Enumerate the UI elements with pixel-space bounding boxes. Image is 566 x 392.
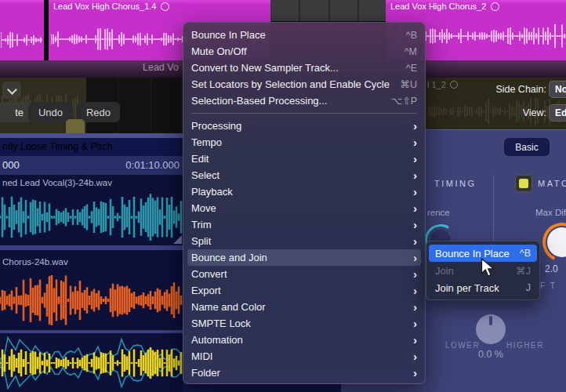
knob-tick: [489, 316, 492, 325]
menu-item-export[interactable]: Export›: [183, 282, 425, 299]
menu-item-smpte-lock[interactable]: SMPTE Lock›: [183, 315, 425, 332]
menu-item-convert[interactable]: Convert›: [183, 266, 425, 282]
muted-region-label: Lead Vo: [143, 62, 179, 73]
side-chain-select[interactable]: No: [549, 81, 566, 98]
chevron-down-icon: [7, 85, 17, 95]
menu-item-automation[interactable]: Automation›: [183, 332, 425, 348]
vocal-waveform-orange[interactable]: [0, 271, 183, 329]
menu-item-bounce-in-place[interactable]: Bounce In Place^B: [183, 27, 425, 43]
region-title: Lead Vox High Chorus_2: [390, 2, 499, 11]
submenu-chevron-icon: ›: [413, 186, 417, 198]
audio-file-name-1: ned Lead Vocal(3)-24b.wav: [2, 178, 112, 187]
menu-item-mute-on-off[interactable]: Mute On/Off^M: [183, 43, 425, 60]
menu-item-label: Trim: [191, 219, 212, 230]
context-menu: Bounce In Place^BMute On/Off^MConvert to…: [183, 22, 426, 384]
section-divider: [0, 245, 183, 250]
match-enable-led[interactable]: [515, 175, 532, 192]
menu-item-label: Move: [191, 202, 216, 214]
menu-item-label: Folder: [191, 367, 220, 379]
basic-view-button[interactable]: Basic: [504, 138, 550, 156]
time-ruler-row: 000 0:01:10.000: [0, 156, 183, 175]
empty-track-area: [270, 0, 386, 21]
audio-region-left-edge[interactable]: [0, 0, 45, 60]
paste-button-partial[interactable]: te: [0, 102, 31, 122]
submenu-chevron-icon: ›: [413, 318, 417, 329]
menu-item-label: Set Locators by Selection and Enable Cyc…: [191, 78, 390, 90]
submenu-chevron-icon: ›: [413, 268, 417, 280]
menu-item-edit[interactable]: Edit›: [183, 151, 425, 167]
time-end: 0:01:10.000: [125, 159, 180, 171]
submenu-chevron-icon: ›: [413, 350, 417, 362]
submenu-chevron-icon: ›: [413, 169, 417, 181]
menu-item-label: Bounce In Place: [191, 29, 266, 41]
undo-button[interactable]: Undo: [28, 102, 73, 122]
bias-knob[interactable]: [476, 314, 506, 344]
submenu-item-shortcut: ⌘J: [516, 265, 531, 277]
side-chain-label: Side Chain:: [423, 84, 546, 95]
menu-item-label: Name and Color: [191, 301, 266, 313]
menu-item-label: Convert: [191, 268, 227, 280]
loop-indicator-icon: [161, 2, 169, 11]
menu-item-label: Automation: [191, 334, 243, 346]
menu-item-shortcut: ⌥⇧P: [391, 95, 417, 107]
menu-item-label: Convert to New Sampler Track...: [191, 62, 339, 74]
menu-item-trim[interactable]: Trim›: [183, 216, 425, 233]
submenu-item-label: Join: [435, 265, 454, 277]
knob-value: 2.0: [545, 263, 558, 274]
menu-item-name-and-color[interactable]: Name and Color›: [183, 299, 425, 315]
menu-item-shortcut: ⌘U: [400, 78, 417, 90]
menu-item-label: Selection-Based Processing...: [191, 95, 327, 107]
menu-item-set-locators-by-selection-and-enable-cycle[interactable]: Set Locators by Selection and Enable Cyc…: [183, 76, 425, 93]
menu-separator: [191, 113, 417, 114]
menu-item-shortcut: ^M: [405, 46, 417, 57]
led-fill: [519, 179, 528, 188]
waveform-fill-yellow: [0, 345, 183, 381]
bias-value: 0.0 %: [478, 349, 503, 360]
time-start: 000: [2, 159, 20, 171]
daw-arrange-window: Lead Vox High Chorus_1.4 Lead Vox High C…: [0, 0, 566, 392]
submenu-chevron-icon: ›: [413, 285, 417, 296]
match-section-header: MATC: [538, 179, 566, 188]
resize-handle[interactable]: [173, 235, 182, 244]
menu-item-shortcut: ^B: [406, 30, 417, 41]
menu-item-folder[interactable]: Folder›: [183, 365, 425, 381]
menu-item-label: Tempo: [191, 136, 222, 148]
region-title: Lead Vox High Chorus_1.4: [53, 2, 169, 11]
preset-name: ntly Loose Timing & Pitch: [2, 141, 112, 152]
menu-item-split[interactable]: Split›: [183, 233, 425, 249]
submenu-item-join-per-track[interactable]: Join per TrackJ: [429, 279, 537, 296]
plugin-toolbar-strip: te Undo Redo: [0, 78, 183, 133]
menu-item-processing[interactable]: Processing›: [183, 118, 425, 134]
submenu-item-label: Bounce In Place: [435, 248, 510, 260]
lower-label: LOWER: [445, 341, 480, 350]
view-select[interactable]: Ed: [549, 104, 566, 122]
dimmed-button-fragment: [66, 119, 85, 133]
aligned-waveform-overlay[interactable]: [0, 334, 183, 392]
redo-button[interactable]: Redo: [77, 102, 120, 122]
menu-item-bounce-and-join[interactable]: Bounce and Join›: [187, 249, 421, 266]
submenu-chevron-icon: ›: [413, 136, 417, 148]
menu-item-playback[interactable]: Playback›: [183, 183, 425, 200]
menu-item-shortcut: ^E: [406, 63, 417, 74]
menu-item-midi[interactable]: MIDI›: [183, 348, 425, 365]
submenu-chevron-icon: ›: [413, 153, 417, 165]
context-menu-items: Bounce In Place^BMute On/Off^MConvert to…: [183, 27, 425, 381]
timing-section-header: TIMING: [434, 179, 477, 188]
menu-item-tempo[interactable]: Tempo›: [183, 134, 425, 151]
dropdown-chevron-button[interactable]: [2, 82, 21, 99]
waveform-editor-panel: ntly Loose Timing & Pitch 000 0:01:10.00…: [0, 133, 183, 392]
vocal-waveform-teal[interactable]: [0, 191, 183, 244]
higher-label: HIGHER: [506, 341, 544, 350]
menu-item-select[interactable]: Select›: [183, 167, 425, 183]
menu-item-convert-to-new-sampler-track[interactable]: Convert to New Sampler Track...^E: [183, 60, 425, 76]
menu-item-move[interactable]: Move›: [183, 200, 425, 216]
menu-item-selection-based-processing[interactable]: Selection-Based Processing...⌥⇧P: [183, 93, 425, 109]
region-title-text: Lead Vox High Chorus_1.4: [53, 2, 156, 11]
menu-item-label: Edit: [191, 153, 209, 165]
preset-header[interactable]: ntly Loose Timing & Pitch: [0, 138, 183, 156]
submenu-item-shortcut: J: [526, 282, 531, 293]
mouse-cursor: [481, 258, 495, 278]
submenu-chevron-icon: ›: [413, 301, 417, 313]
shift-label-fragment: F T: [540, 281, 557, 290]
menu-item-label: Processing: [191, 120, 241, 132]
